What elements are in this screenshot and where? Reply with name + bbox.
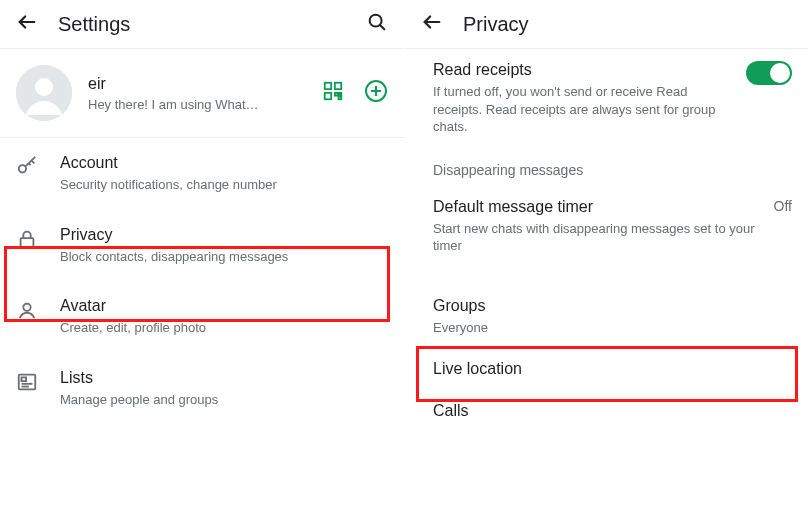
account-title: Account bbox=[60, 154, 388, 172]
svg-point-16 bbox=[23, 304, 30, 311]
svg-rect-5 bbox=[325, 83, 331, 89]
profile-status: Hey there! I am using What… bbox=[88, 97, 259, 112]
settings-item-privacy[interactable]: Privacy Block contacts, disappearing mes… bbox=[0, 210, 404, 282]
privacy-sub: Block contacts, disappearing messages bbox=[60, 248, 388, 266]
svg-rect-9 bbox=[339, 97, 342, 100]
privacy-title: Privacy bbox=[60, 226, 388, 244]
lists-title: Lists bbox=[60, 369, 388, 387]
svg-rect-8 bbox=[335, 93, 338, 96]
avatar-icon bbox=[16, 297, 60, 321]
svg-point-14 bbox=[19, 165, 26, 172]
lists-icon bbox=[16, 369, 60, 393]
settings-pane: Settings eir Hey there! I am using What… bbox=[0, 0, 404, 505]
back-icon[interactable] bbox=[16, 11, 38, 37]
account-sub: Security notifications, change number bbox=[60, 176, 388, 194]
avatar-sub: Create, edit, profile photo bbox=[60, 319, 388, 337]
privacy-item-read-receipts[interactable]: Read receipts If turned off, you won't s… bbox=[405, 49, 808, 148]
privacy-item-calls[interactable]: Calls bbox=[405, 390, 808, 432]
svg-line-2 bbox=[380, 25, 384, 29]
privacy-topbar: Privacy bbox=[405, 0, 808, 48]
settings-item-lists[interactable]: Lists Manage people and groups bbox=[0, 353, 404, 425]
privacy-pane: Privacy Read receipts If turned off, you… bbox=[404, 0, 808, 505]
settings-item-avatar[interactable]: Avatar Create, edit, profile photo bbox=[0, 281, 404, 353]
svg-rect-18 bbox=[22, 377, 27, 381]
back-icon-privacy[interactable] bbox=[421, 11, 443, 37]
lists-sub: Manage people and groups bbox=[60, 391, 388, 409]
live-location-title: Live location bbox=[433, 360, 792, 378]
search-icon[interactable] bbox=[366, 11, 388, 37]
svg-rect-6 bbox=[335, 83, 341, 89]
calls-title: Calls bbox=[433, 402, 792, 420]
read-receipts-title: Read receipts bbox=[433, 61, 734, 79]
avatar-title: Avatar bbox=[60, 297, 388, 315]
lock-icon bbox=[16, 226, 60, 250]
section-disappearing: Disappearing messages bbox=[405, 148, 808, 186]
settings-title: Settings bbox=[58, 13, 130, 36]
profile-row[interactable]: eir Hey there! I am using What… bbox=[0, 49, 404, 137]
default-timer-sub: Start new chats with disappearing messag… bbox=[433, 220, 762, 255]
read-receipts-switch[interactable] bbox=[746, 61, 792, 85]
privacy-page-title: Privacy bbox=[463, 13, 529, 36]
add-icon[interactable] bbox=[364, 79, 388, 107]
profile-text: eir Hey there! I am using What… bbox=[88, 75, 259, 112]
svg-rect-10 bbox=[339, 93, 342, 96]
groups-sub: Everyone bbox=[433, 319, 792, 337]
groups-title: Groups bbox=[433, 297, 792, 315]
read-receipts-sub: If turned off, you won't send or receive… bbox=[433, 83, 734, 136]
settings-item-account[interactable]: Account Security notifications, change n… bbox=[0, 138, 404, 210]
qr-icon[interactable] bbox=[322, 80, 344, 106]
svg-rect-15 bbox=[21, 238, 34, 247]
default-timer-title: Default message timer bbox=[433, 198, 762, 216]
key-icon bbox=[16, 154, 60, 178]
avatar bbox=[16, 65, 72, 121]
privacy-item-default-timer[interactable]: Default message timer Start new chats wi… bbox=[405, 186, 808, 267]
profile-name: eir bbox=[88, 75, 259, 93]
svg-rect-7 bbox=[325, 93, 331, 99]
svg-point-4 bbox=[35, 78, 53, 96]
settings-topbar: Settings bbox=[0, 0, 404, 48]
privacy-item-live-location[interactable]: Live location bbox=[405, 348, 808, 390]
default-timer-value: Off bbox=[762, 198, 792, 214]
privacy-item-groups[interactable]: Groups Everyone bbox=[405, 285, 808, 349]
